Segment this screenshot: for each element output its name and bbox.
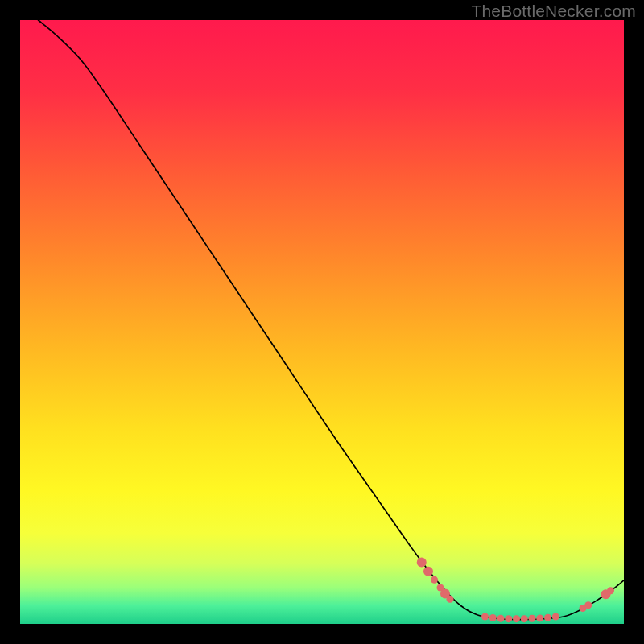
- chart-plot: [20, 20, 624, 624]
- chart-frame: TheBottleNecker.com: [0, 0, 644, 644]
- data-marker: [529, 615, 536, 622]
- data-marker: [536, 614, 543, 621]
- data-marker: [489, 614, 497, 621]
- data-marker: [513, 615, 520, 622]
- data-marker: [481, 613, 489, 621]
- data-marker: [521, 615, 528, 622]
- data-marker: [423, 567, 433, 576]
- data-marker: [447, 596, 454, 603]
- data-marker: [431, 576, 438, 584]
- data-marker: [497, 615, 505, 622]
- data-marker: [417, 558, 427, 568]
- chart-background: [20, 20, 624, 624]
- data-marker: [544, 614, 551, 621]
- data-marker: [552, 613, 559, 621]
- data-marker: [607, 587, 614, 594]
- chart-svg: [20, 20, 624, 624]
- data-marker: [505, 615, 512, 622]
- watermark-text: TheBottleNecker.com: [471, 2, 636, 21]
- data-marker: [584, 601, 592, 609]
